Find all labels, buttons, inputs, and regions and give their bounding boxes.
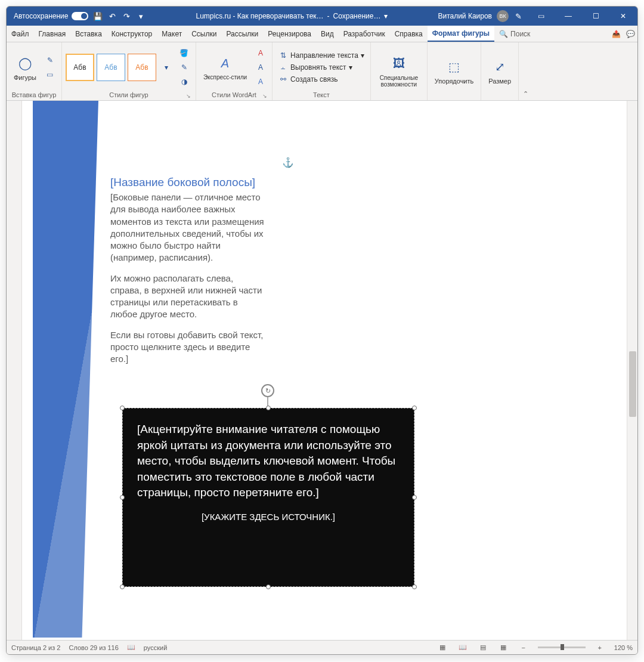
resize-handle[interactable]	[266, 406, 271, 410]
vertical-scrollbar[interactable]	[627, 101, 637, 640]
qat-dropdown-icon[interactable]: ▾	[136, 11, 145, 21]
zoom-in-icon[interactable]: +	[594, 644, 606, 651]
tab-designer[interactable]: Конструктор	[107, 26, 157, 42]
size-icon: ⤢	[490, 57, 509, 76]
tab-review[interactable]: Рецензирова	[263, 26, 316, 42]
tab-mailings[interactable]: Рассылки	[221, 26, 263, 42]
text-direction-icon: ⇅	[278, 51, 288, 60]
size-button[interactable]: ⤢ Размер	[485, 56, 515, 86]
accessibility-label: Специальные возможности	[378, 75, 420, 88]
resize-handle[interactable]	[120, 406, 125, 410]
print-layout-icon[interactable]: ▤	[477, 644, 489, 651]
share-icon[interactable]: 📤	[609, 26, 623, 42]
quote-source[interactable]: [УКАЖИТЕ ЗДЕСЬ ИСТОЧНИК.]	[137, 512, 400, 522]
shape-fill-icon[interactable]: 🪣	[178, 47, 191, 60]
minimize-button[interactable]: —	[555, 7, 581, 26]
close-button[interactable]: ✕	[610, 7, 636, 26]
search-box[interactable]: 🔍 Поиск	[494, 26, 535, 42]
resize-handle[interactable]	[412, 406, 417, 410]
shapes-button[interactable]: ◯ Фигуры	[10, 52, 40, 82]
spell-check-icon[interactable]: 📖	[127, 644, 135, 651]
toggle-switch-icon[interactable]	[72, 12, 88, 20]
zoom-out-icon[interactable]: −	[518, 644, 530, 651]
tab-layout[interactable]: Макет	[157, 26, 187, 42]
tab-developer[interactable]: Разработчик	[339, 26, 390, 42]
undo-icon[interactable]: ↶	[107, 11, 117, 21]
rotate-handle[interactable]: ↻	[261, 384, 274, 397]
group-size: ⤢ Размер	[481, 42, 519, 100]
collapse-ribbon-icon[interactable]: ⌃	[519, 42, 532, 100]
tab-home[interactable]: Главная	[34, 26, 71, 42]
text-effects-icon[interactable]: A	[254, 75, 267, 88]
read-mode-icon[interactable]: 📖	[457, 644, 469, 651]
shape-effects-icon[interactable]: ◑	[178, 75, 191, 88]
page-status[interactable]: Страница 2 из 2	[11, 644, 60, 651]
wordart-quick-styles[interactable]: A Экспресс-стили	[200, 52, 250, 82]
autosave-label: Автосохранение	[14, 12, 68, 20]
tab-shape-format[interactable]: Формат фигуры	[428, 26, 494, 42]
search-placeholder: Поиск	[510, 30, 530, 38]
sidebar-body[interactable]: [Боковые панели — отличное место для выв…	[110, 191, 267, 373]
edit-shape-icon[interactable]: ✎	[44, 54, 57, 67]
redo-icon[interactable]: ↷	[122, 11, 131, 21]
document-canvas[interactable]: [Название боковой полосы] [Боковые панел…	[22, 101, 627, 640]
text-outline-icon[interactable]: A	[254, 61, 267, 74]
group-label-wordart: Стили WordArt	[212, 91, 256, 98]
resize-handle[interactable]	[412, 584, 417, 589]
ribbon: ◯ Фигуры ✎ ▭ Вставка фигур Абв Абв Абв ▾…	[7, 42, 637, 101]
selected-text-box[interactable]: [Акцентируйте внимание читателя с помощь…	[122, 408, 414, 587]
text-box-icon[interactable]: ▭	[44, 68, 57, 81]
text-direction-button[interactable]: ⇅Направление текста▾	[276, 50, 367, 61]
tab-insert[interactable]: Вставка	[70, 26, 107, 42]
resize-handle[interactable]	[120, 584, 125, 589]
shapes-label: Фигуры	[14, 74, 36, 81]
scrollbar-thumb[interactable]	[629, 351, 636, 417]
tab-file[interactable]: Файл	[7, 26, 34, 42]
dialog-launcher-icon[interactable]: ↘	[186, 93, 191, 99]
document-title: Lumpics.ru - Как переворачивать тек…	[196, 12, 323, 20]
save-icon[interactable]: 💾	[93, 11, 103, 21]
group-wordart-styles: A Экспресс-стили A A A Стили WordArt↘	[196, 42, 273, 100]
shape-style-1[interactable]: Абв	[66, 54, 94, 81]
zoom-level[interactable]: 120 %	[614, 644, 633, 651]
tab-view[interactable]: Вид	[316, 26, 339, 42]
resize-handle[interactable]	[412, 495, 417, 500]
shape-style-3[interactable]: Абв	[128, 54, 156, 81]
focus-mode-icon[interactable]: ▦	[436, 644, 448, 651]
user-avatar[interactable]: ВК	[497, 10, 509, 22]
vertical-ruler	[7, 101, 22, 640]
resize-handle[interactable]	[266, 584, 271, 589]
tab-references[interactable]: Ссылки	[187, 26, 221, 42]
anchor-icon[interactable]: ⚓	[282, 157, 294, 168]
sidebar-title[interactable]: [Название боковой полосы]	[110, 176, 255, 189]
user-name[interactable]: Виталий Каиров	[438, 12, 492, 20]
create-link-button[interactable]: ⚯Создать связь	[276, 74, 367, 85]
arrange-button[interactable]: ⬚ Упорядочить	[431, 56, 477, 86]
app-window: Автосохранение 💾 ↶ ↷ ▾ Lumpics.ru - Как …	[6, 6, 638, 655]
document-area: [Название боковой полосы] [Боковые панел…	[7, 101, 637, 640]
shape-outline-icon[interactable]: ✎	[178, 61, 191, 74]
language-status[interactable]: русский	[144, 644, 167, 651]
maximize-button[interactable]: ☐	[583, 7, 609, 26]
ribbon-display-icon[interactable]: ▭	[528, 7, 554, 26]
sidebar-paragraph: Их можно располагать слева, справа, в ве…	[110, 273, 267, 321]
title-dropdown-icon[interactable]: ▾	[384, 12, 388, 20]
web-layout-icon[interactable]: ▦	[497, 644, 509, 651]
resize-handle[interactable]	[120, 495, 125, 500]
autosave-toggle[interactable]: Автосохранение	[14, 12, 88, 20]
word-count[interactable]: Слово 29 из 116	[69, 644, 118, 651]
tab-help[interactable]: Справка	[390, 26, 428, 42]
align-text-button[interactable]: ⫠Выровнять текст▾	[276, 62, 367, 73]
quote-text[interactable]: [Акцентируйте внимание читателя с помощь…	[137, 422, 400, 501]
save-status: Сохранение…	[333, 12, 381, 20]
pen-icon[interactable]: ✎	[513, 11, 523, 21]
dialog-launcher-icon[interactable]: ↘	[262, 93, 267, 99]
shape-style-2[interactable]: Абв	[97, 54, 125, 81]
text-fill-icon[interactable]: A	[254, 47, 267, 60]
page: [Название боковой полосы] [Боковые панел…	[33, 101, 605, 640]
alt-text-button[interactable]: 🖼 Специальные возможности	[374, 53, 423, 89]
comments-icon[interactable]: 💬	[623, 26, 637, 42]
sidebar-paragraph: Если вы готовы добавить свой текст, прос…	[110, 329, 267, 366]
style-gallery-more[interactable]: ▾	[159, 60, 174, 75]
zoom-slider[interactable]	[538, 646, 586, 648]
